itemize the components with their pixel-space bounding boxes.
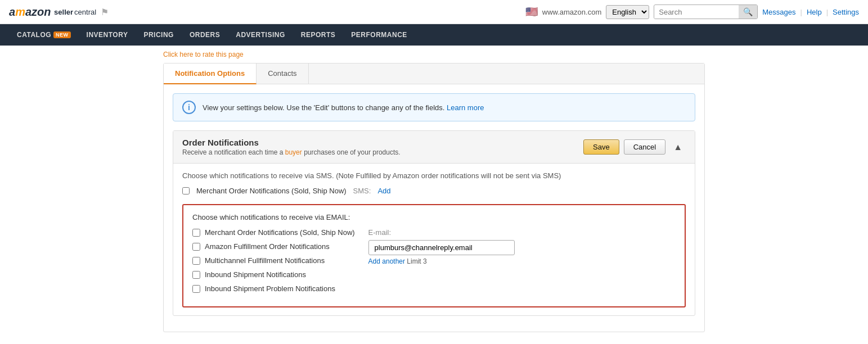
- cancel-button[interactable]: Cancel: [624, 139, 665, 155]
- rate-page-link[interactable]: Click here to rate this page: [163, 51, 244, 58]
- language-select[interactable]: English: [606, 5, 649, 19]
- nav-reports[interactable]: REPORTS: [293, 24, 344, 46]
- sms-merchant-checkbox[interactable]: [182, 187, 190, 194]
- content-area: Click here to rate this page Notificatio…: [0, 46, 868, 343]
- email-inbound-problem-checkbox[interactable]: [192, 285, 200, 293]
- add-another-row: Add another Limit 3: [368, 257, 676, 265]
- checkbox-row-merchant: Merchant Order Notifications (Sold, Ship…: [192, 228, 355, 237]
- sms-notice: Choose which notifications to receive vi…: [182, 171, 686, 180]
- catalog-badge: NEW: [53, 31, 71, 38]
- nav-inventory[interactable]: INVENTORY: [79, 24, 136, 46]
- us-flag-icon: 🇺🇸: [525, 6, 538, 18]
- search-button[interactable]: 🔍: [739, 5, 757, 19]
- save-button[interactable]: Save: [583, 139, 619, 155]
- logo-central-text: central: [74, 8, 96, 16]
- info-box: i View your settings below. Use the 'Edi…: [173, 93, 695, 121]
- email-inbound-shipment-label: Inbound Shipment Notifications: [205, 270, 306, 279]
- help-link[interactable]: Help: [807, 8, 822, 16]
- email-inbound-problem-label: Inbound Shipment Problem Notifications: [205, 284, 335, 293]
- email-label: E-mail:: [368, 228, 676, 237]
- section-body: Choose which notifications to receive vi…: [173, 164, 695, 315]
- email-merchant-label: Merchant Order Notifications (Sold, Ship…: [205, 228, 355, 237]
- checkbox-row-inbound-shipment: Inbound Shipment Notifications: [192, 270, 355, 279]
- sms-label: SMS:: [353, 187, 371, 195]
- top-bar: amazon seller central ⚑ 🇺🇸 www.amazon.co…: [0, 0, 868, 24]
- nav-advertising[interactable]: ADVERTISING: [228, 24, 293, 46]
- checkbox-row-multichannel: Multichannel Fullfillment Notifications: [192, 256, 355, 265]
- email-col: E-mail: Add another Limit 3: [368, 228, 676, 298]
- nav-performance[interactable]: PERFORMANCE: [343, 24, 415, 46]
- tab-content: i View your settings below. Use the 'Edi…: [164, 84, 704, 332]
- tab-panel: Notification Options Contacts i View you…: [163, 63, 705, 332]
- search-input[interactable]: [654, 6, 739, 19]
- sms-row: Merchant Order Notifications (Sold, Ship…: [182, 187, 686, 195]
- email-amazon-fulfillment-checkbox[interactable]: [192, 243, 200, 251]
- info-icon: i: [182, 101, 196, 114]
- nav-pricing[interactable]: PRICING: [136, 24, 182, 46]
- flag-icon: ⚑: [101, 7, 109, 17]
- messages-link[interactable]: Messages: [762, 8, 795, 16]
- nav-orders[interactable]: ORDERS: [182, 24, 228, 46]
- email-input[interactable]: [368, 240, 515, 255]
- logo: amazon seller central ⚑: [9, 6, 109, 19]
- email-multichannel-label: Multichannel Fullfillment Notifications: [205, 256, 325, 265]
- sms-add-link[interactable]: Add: [377, 187, 390, 195]
- nav-bar: CATALOG NEW INVENTORY PRICING ORDERS ADV…: [0, 24, 868, 46]
- section-title: Order Notifications: [182, 138, 401, 147]
- email-inbound-shipment-checkbox[interactable]: [192, 271, 200, 279]
- settings-link[interactable]: Settings: [833, 8, 859, 16]
- buyer-link[interactable]: buyer: [285, 148, 302, 156]
- tab-header: Notification Options Contacts: [164, 64, 704, 84]
- section-header: Order Notifications Receive a notificati…: [173, 131, 695, 164]
- email-amazon-fulfillment-label: Amazon Fulfillment Order Notifications: [205, 242, 330, 251]
- logo-amazon-text: amazon: [9, 6, 51, 19]
- top-links: Messages | Help | Settings: [762, 8, 859, 16]
- checkboxes-col: Merchant Order Notifications (Sold, Ship…: [192, 228, 355, 298]
- learn-more-link[interactable]: Learn more: [447, 103, 484, 112]
- tab-contacts[interactable]: Contacts: [257, 64, 308, 84]
- tab-notification-options[interactable]: Notification Options: [164, 64, 257, 84]
- checkbox-row-inbound-problem: Inbound Shipment Problem Notifications: [192, 284, 355, 293]
- email-multichannel-checkbox[interactable]: [192, 257, 200, 265]
- section-actions: Save Cancel ▲: [583, 139, 686, 155]
- email-merchant-checkbox[interactable]: [192, 229, 200, 237]
- search-box: 🔍: [654, 4, 758, 19]
- sms-merchant-label: Merchant Order Notifications (Sold, Ship…: [196, 187, 347, 195]
- email-section: Choose which notifications to receive vi…: [182, 204, 686, 307]
- nav-catalog[interactable]: CATALOG NEW: [9, 24, 79, 46]
- section-subtitle: Receive a notification each time a buyer…: [182, 148, 401, 156]
- order-notifications-section: Order Notifications Receive a notificati…: [173, 130, 695, 316]
- site-url: www.amazon.com: [542, 8, 601, 16]
- collapse-button[interactable]: ▲: [670, 141, 686, 153]
- info-text: View your settings below. Use the 'Edit'…: [203, 103, 484, 112]
- limit-text: Limit 3: [407, 257, 426, 265]
- top-bar-left: amazon seller central ⚑: [9, 6, 109, 19]
- checkbox-row-amazon-fulfillment: Amazon Fulfillment Order Notifications: [192, 242, 355, 251]
- add-another-link[interactable]: Add another: [368, 257, 405, 265]
- email-rows: Merchant Order Notifications (Sold, Ship…: [192, 228, 676, 298]
- email-section-title: Choose which notifications to receive vi…: [192, 213, 676, 221]
- logo-seller-text: seller: [52, 8, 73, 16]
- top-bar-right: 🇺🇸 www.amazon.com English 🔍 Messages | H…: [525, 4, 859, 19]
